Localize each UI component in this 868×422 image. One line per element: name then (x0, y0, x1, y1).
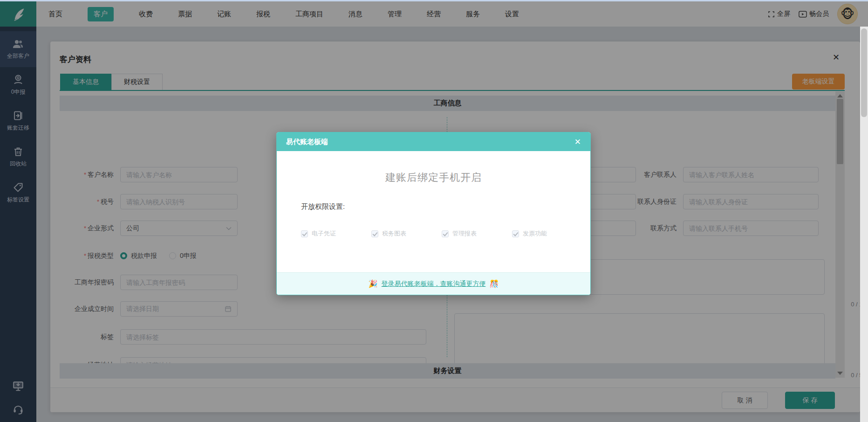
boss-app-modal: 易代账老板端 ✕ 建账后绑定手机开启 开放权限设置: 电子凭证 税务图表 管理报… (276, 132, 591, 295)
modal-title: 易代账老板端 (286, 138, 328, 146)
boss-app-login-link[interactable]: 登录易代账老板端，查账沟通更方便 (382, 280, 486, 288)
modal-header: 易代账老板端 ✕ (277, 132, 590, 151)
checkbox-tax-charts[interactable]: 税务图表 (371, 229, 406, 238)
checkbox-icon (371, 230, 378, 237)
browser-scrollbar-thumb[interactable] (861, 28, 867, 117)
checkbox-e-voucher[interactable]: 电子凭证 (301, 229, 336, 238)
browser-top-edge (0, 0, 868, 1)
confetti-ball-icon: 🎊 (490, 279, 499, 288)
modal-footer: 🎉 登录易代账老板端，查账沟通更方便 🎊 (277, 272, 590, 295)
app-screen: 首页 客户 收费 票据 记账 报税 工商项目 消息 管理 经营 服务 设置 全屏… (0, 0, 868, 422)
checkbox-icon (442, 230, 449, 237)
modal-close-icon[interactable]: ✕ (574, 138, 581, 146)
modal-body: 建账后绑定手机开启 开放权限设置: 电子凭证 税务图表 管理报表 发票功能 (277, 151, 590, 272)
checkbox-management-reports[interactable]: 管理报表 (442, 229, 477, 238)
permissions-label: 开放权限设置: (301, 202, 345, 211)
checkbox-icon (512, 230, 519, 237)
modal-heading: 建账后绑定手机开启 (277, 171, 590, 185)
party-popper-icon: 🎉 (369, 279, 378, 288)
checkbox-invoice-function[interactable]: 发票功能 (512, 229, 547, 238)
permissions-row: 电子凭证 税务图表 管理报表 发票功能 (301, 229, 547, 238)
checkbox-icon (301, 230, 308, 237)
browser-scrollbar[interactable] (860, 27, 868, 422)
